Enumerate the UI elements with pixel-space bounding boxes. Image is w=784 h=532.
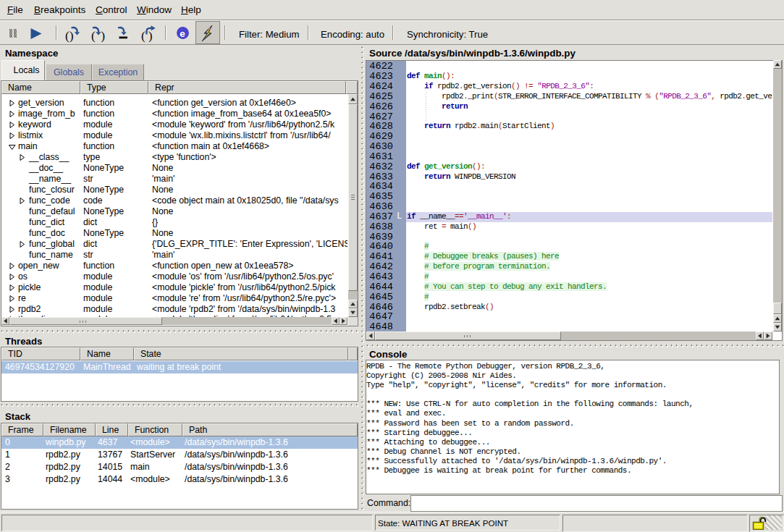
svg-text:e: e xyxy=(180,28,185,39)
svg-text:(: ( xyxy=(91,28,96,43)
svg-text:(): () xyxy=(65,28,74,43)
svg-text:): ) xyxy=(101,28,105,43)
svg-text:(: ( xyxy=(141,28,146,43)
